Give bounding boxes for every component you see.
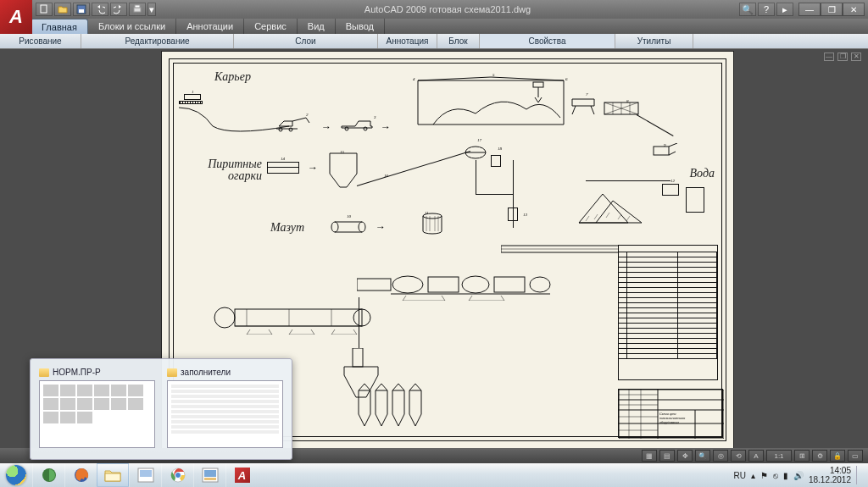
flag-icon[interactable]: ⚑: [760, 471, 768, 480]
search-icon[interactable]: 🔍: [739, 3, 756, 16]
start-button[interactable]: [0, 463, 32, 487]
tab-home[interactable]: Главная: [31, 19, 88, 34]
status-pan-icon[interactable]: ✥: [677, 450, 693, 462]
status-vis-icon[interactable]: ⊞: [794, 450, 810, 462]
taskbar-firefox[interactable]: [64, 463, 97, 487]
help-icon[interactable]: ?: [758, 3, 775, 16]
preview-thumb-2[interactable]: заполнители: [167, 368, 283, 451]
machine-9: [650, 143, 679, 158]
title-block: Схема цепи технологического оборудования: [618, 389, 723, 438]
svg-rect-0: [41, 5, 47, 13]
panel-props[interactable]: Свойства: [480, 34, 615, 48]
tab-output[interactable]: Вывод: [336, 19, 385, 34]
taskbar-chrome[interactable]: [161, 463, 193, 487]
new-icon[interactable]: [36, 3, 53, 16]
usb-icon[interactable]: ⎋: [773, 471, 778, 480]
svg-rect-23: [428, 277, 459, 292]
tab-annotations[interactable]: Аннотации: [176, 19, 244, 34]
machine-10: [330, 221, 367, 233]
svg-rect-2: [79, 9, 84, 13]
taskbar-explorer[interactable]: [97, 463, 129, 487]
title-block-text: Схема цепи технологического оборудования: [659, 412, 693, 424]
pipe: [359, 297, 359, 348]
app-menu-button[interactable]: A: [0, 0, 32, 34]
panel-util[interactable]: Утилиты: [615, 34, 693, 48]
svg-point-24: [462, 276, 489, 293]
taskbar-app-3[interactable]: [129, 463, 161, 487]
panel-layers[interactable]: Слои: [234, 34, 378, 48]
label-cinders: Пиритные огарки: [186, 158, 262, 182]
pipe: [586, 180, 670, 181]
panel-edit[interactable]: Редактирование: [81, 34, 234, 48]
close-button[interactable]: ✕: [843, 3, 865, 16]
save-icon[interactable]: [73, 3, 90, 16]
taskbar-app-5[interactable]: [193, 463, 225, 487]
taskbar-autocad[interactable]: A: [225, 463, 258, 487]
undo-icon[interactable]: [92, 3, 108, 16]
panel-block[interactable]: Блок: [437, 34, 480, 48]
status-layout-icon[interactable]: ▤: [659, 450, 675, 462]
machine-17: [464, 145, 487, 160]
status-scale[interactable]: 1:1: [766, 450, 792, 462]
panel-annot[interactable]: Аннотация: [378, 34, 437, 48]
status-lock-icon[interactable]: 🔒: [830, 450, 845, 462]
tab-view[interactable]: Вид: [298, 19, 336, 34]
status-orbit-icon[interactable]: ⟲: [731, 450, 746, 462]
doc-close-icon[interactable]: ✕: [851, 53, 861, 61]
qat-more-icon[interactable]: ▾: [147, 3, 156, 16]
ribbon-tabs: Главная Блоки и ссылки Аннотации Сервис …: [0, 19, 868, 34]
svg-rect-28: [235, 309, 362, 326]
panel-draw[interactable]: Рисование: [0, 34, 81, 48]
preview-image-1: [39, 380, 155, 448]
svg-point-27: [214, 307, 235, 328]
svg-rect-54: [204, 478, 216, 480]
volume-icon[interactable]: 🔊: [793, 471, 804, 480]
maximize-button[interactable]: ❐: [821, 3, 843, 16]
svg-rect-47: [140, 470, 152, 477]
status-annot-icon[interactable]: A: [748, 450, 764, 462]
label-quarry: Карьер: [214, 70, 251, 84]
svg-rect-12: [654, 147, 669, 155]
print-icon[interactable]: [129, 3, 146, 16]
machine-8: [603, 101, 640, 118]
network-icon[interactable]: ▮: [783, 471, 788, 480]
label-water: Вода: [690, 167, 715, 180]
quick-access-toolbar: ▾: [36, 3, 156, 16]
window-title: AutoCAD 2009 готовая схема2011.dwg: [156, 4, 739, 14]
doc-restore-icon[interactable]: ❐: [837, 53, 848, 61]
tab-service[interactable]: Сервис: [244, 19, 298, 34]
lang-indicator[interactable]: RU: [733, 471, 745, 480]
window-controls: — ❐ ✕: [798, 3, 865, 16]
folder-icon: [167, 368, 177, 377]
preview-image-2: [167, 380, 283, 448]
svg-point-19: [423, 213, 442, 219]
minimize-button[interactable]: —: [798, 3, 821, 16]
svg-rect-45: [105, 473, 120, 481]
taskbar-app-1[interactable]: [32, 463, 64, 487]
tab-blocks[interactable]: Блоки и ссылки: [88, 19, 176, 34]
machine-14: [267, 162, 299, 174]
tray-up-icon[interactable]: ▴: [751, 471, 755, 480]
open-icon[interactable]: [54, 3, 71, 16]
preview-thumb-1[interactable]: HOPM.ПР-Р: [39, 368, 155, 451]
status-ws-icon[interactable]: ⚙: [812, 450, 827, 462]
shed: [416, 75, 565, 126]
taskbar: A RU ▴ ⚑ ⎋ ▮ 🔊 14:05 18.12.2012: [0, 463, 868, 487]
preview-title-1: HOPM.ПР-Р: [53, 368, 101, 377]
clock-date: 18.12.2012: [809, 475, 851, 484]
redo-icon[interactable]: [110, 3, 127, 16]
show-desktop-button[interactable]: [856, 466, 863, 484]
machine-12: [662, 184, 679, 196]
doc-minimize-icon[interactable]: —: [824, 53, 834, 61]
machine-2: [272, 116, 314, 133]
status-model-icon[interactable]: ▦: [642, 450, 657, 462]
status-steer-icon[interactable]: ◎: [713, 450, 728, 462]
clock[interactable]: 14:05 18.12.2012: [809, 466, 851, 484]
infocenter-icon[interactable]: ▸: [776, 3, 793, 16]
conveyor-long: [501, 242, 637, 257]
svg-rect-4: [135, 5, 140, 8]
status-zoom-icon[interactable]: 🔍: [695, 450, 710, 462]
kiln-row: [357, 270, 552, 301]
pipe: [476, 194, 513, 195]
status-clean-icon[interactable]: ▭: [848, 450, 863, 462]
